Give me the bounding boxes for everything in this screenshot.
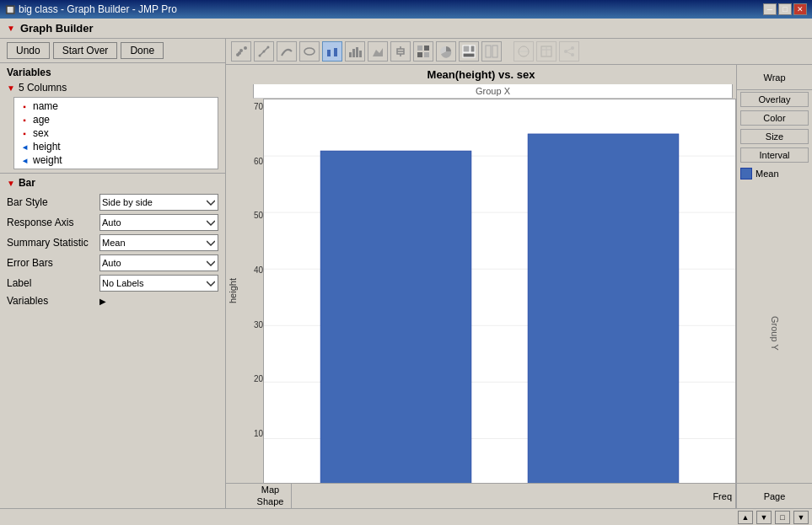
y-tick-20: 20	[239, 374, 263, 383]
status-btn-square[interactable]: □	[775, 511, 790, 524]
right-panel: Mean(height) vs. sex Group X height	[226, 39, 812, 508]
error-bars-label: Error Bars	[7, 257, 99, 269]
map-tool[interactable]	[514, 41, 534, 62]
summary-statistic-select[interactable]: Mean Median Sum Count	[99, 234, 218, 251]
var-label-age: age	[33, 114, 50, 126]
toolbar: Undo Start Over Done	[0, 39, 225, 63]
var-icon-weight: ◂	[19, 155, 30, 165]
y-tick-30: 30	[239, 320, 263, 329]
variables-label: Variables	[7, 67, 218, 78]
response-axis-row: Response Axis Auto Left Right	[7, 214, 218, 231]
var-label-height: height	[33, 141, 61, 153]
var-icon-height: ◂	[19, 142, 30, 152]
var-icon-name: ▪	[19, 101, 30, 111]
svg-rect-26	[486, 46, 491, 57]
maximize-button[interactable]: □	[778, 3, 792, 15]
pie-tool[interactable]	[436, 41, 456, 62]
response-axis-select[interactable]: Auto Left Right	[99, 214, 218, 231]
ellipse-tool[interactable]	[299, 41, 320, 62]
var-weight[interactable]: ◂ weight	[16, 153, 216, 167]
legend-swatch-mean	[740, 168, 752, 179]
svg-rect-21	[417, 52, 422, 57]
var-height[interactable]: ◂ height	[16, 140, 216, 153]
content-area: Undo Start Over Done Variables ▼ 5 Colum…	[0, 39, 812, 508]
bar-chart-container: 60.9 63.9	[263, 99, 736, 483]
yaxis-spacer	[228, 84, 251, 99]
graph-builder-title: Graph Builder	[20, 22, 94, 35]
bar-style-select[interactable]: Side by side Stacked Cluster	[99, 194, 218, 211]
freq-cell: Freq	[292, 484, 736, 508]
error-bars-select[interactable]: Auto None Std Dev	[99, 254, 218, 271]
table-tool[interactable]	[536, 41, 557, 62]
heatmap-tool[interactable]	[413, 41, 433, 62]
var-age[interactable]: ▪ age	[16, 113, 216, 126]
bar-header[interactable]: ▼ Bar	[7, 177, 218, 189]
multiaxis-tool[interactable]	[481, 41, 502, 62]
status-bar: ▲ ▼ □ ▼	[0, 508, 812, 525]
close-button[interactable]: ✕	[793, 3, 807, 15]
area-tool[interactable]	[368, 41, 388, 62]
variables-row: Variables ▶	[7, 295, 218, 307]
bottom-spacer	[226, 484, 250, 508]
svg-rect-14	[359, 51, 362, 57]
svg-point-8	[304, 48, 315, 55]
overlay-button[interactable]: Overlay	[740, 92, 809, 107]
label-select[interactable]: No Labels Value Percent	[99, 275, 218, 292]
legend-area: Mean	[737, 164, 812, 183]
svg-rect-25	[463, 53, 475, 57]
chart-plot-area: 70 60 50 40 30 20 10 0	[239, 99, 736, 483]
variables-field-label: Variables	[7, 295, 99, 307]
columns-header[interactable]: ▼ 5 Columns	[7, 82, 218, 94]
line-tool[interactable]	[254, 41, 274, 62]
y-tick-10: 10	[239, 429, 263, 438]
window-title: big class - Graph Builder - JMP Pro	[19, 3, 177, 15]
bar-female[interactable]	[320, 151, 471, 483]
svg-rect-12	[352, 49, 355, 57]
var-label-name: name	[33, 100, 58, 112]
status-btn-dropdown[interactable]: ▼	[793, 511, 809, 524]
right-side-panel: Wrap Overlay Color Size Interval Mean Gr…	[736, 65, 812, 508]
group-y-cell: Group Y	[737, 183, 812, 483]
bar-section-label: Bar	[19, 177, 35, 189]
triangle-icon: ▼	[7, 83, 15, 93]
status-btn-up[interactable]: ▲	[738, 511, 753, 524]
y-tick-50: 50	[239, 211, 263, 220]
box-tool[interactable]	[390, 41, 411, 62]
variables-arrow-icon[interactable]: ▶	[99, 297, 106, 306]
chart-body: height 70 60 50 40 30	[226, 99, 736, 483]
status-btn-down[interactable]: ▼	[756, 511, 772, 524]
svg-rect-13	[356, 47, 358, 57]
bar-tool[interactable]	[322, 41, 342, 62]
svg-rect-11	[349, 52, 352, 57]
group-x-label: Group X	[253, 84, 733, 99]
bar-male[interactable]	[528, 134, 679, 483]
color-button[interactable]: Color	[740, 110, 809, 126]
minimize-button[interactable]: ─	[763, 3, 777, 15]
done-button[interactable]: Done	[121, 42, 164, 59]
scatter-tool[interactable]	[231, 41, 251, 62]
app-icon: 🔲	[5, 5, 15, 14]
label-row: Label No Labels Value Percent	[7, 275, 218, 292]
title-bar: 🔲 big class - Graph Builder - JMP Pro ─ …	[0, 0, 812, 19]
undo-button[interactable]: Undo	[7, 42, 50, 59]
start-over-button[interactable]: Start Over	[53, 42, 118, 59]
bar-triangle-icon: ▼	[7, 179, 15, 188]
variable-list: ▪ name ▪ age ▪ sex ◂ height	[13, 97, 218, 169]
treemap-tool[interactable]	[459, 41, 479, 62]
var-name[interactable]: ▪ name	[16, 99, 216, 113]
network-tool[interactable]	[559, 41, 579, 62]
collapse-arrow-icon[interactable]: ▼	[7, 24, 15, 33]
interval-button[interactable]: Interval	[740, 147, 809, 163]
svg-rect-9	[327, 50, 331, 56]
y-tick-40: 40	[239, 265, 263, 275]
histogram-tool[interactable]	[345, 41, 365, 62]
label-label: Label	[7, 277, 99, 289]
size-button[interactable]: Size	[740, 129, 809, 144]
chart-area: Mean(height) vs. sex Group X height	[226, 65, 812, 508]
title-bar-left: 🔲 big class - Graph Builder - JMP Pro	[5, 3, 177, 15]
smooth-tool[interactable]	[277, 41, 297, 62]
graph-builder-header: ▼ Graph Builder	[0, 19, 812, 39]
y-tick-60: 60	[239, 157, 263, 166]
var-icon-age: ▪	[19, 115, 30, 125]
var-sex[interactable]: ▪ sex	[16, 126, 216, 140]
